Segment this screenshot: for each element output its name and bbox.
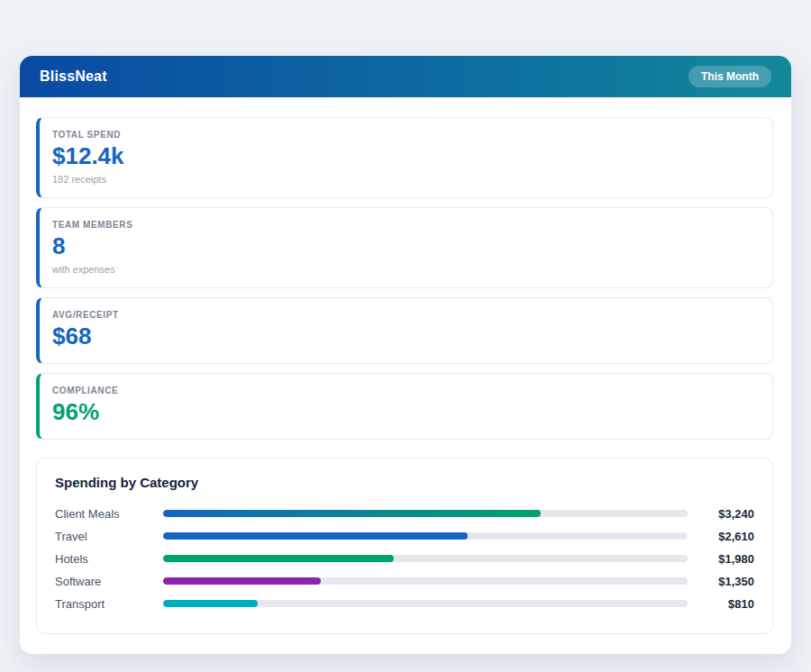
category-value: $810 [688, 597, 754, 611]
stat-card-avg-receipt: AVG/RECEIPT $68 [36, 297, 773, 364]
stat-label: AVG/RECEIPT [52, 310, 758, 320]
stat-label: TEAM MEMBERS [52, 220, 758, 230]
stat-value: $12.4k [52, 143, 758, 170]
bar-fill [163, 532, 468, 540]
stat-card-total-spend: TOTAL SPEND $12.4k 182 receipts [36, 117, 773, 198]
stat-value: 96% [52, 399, 758, 426]
chart-row-travel: Travel $2,610 [55, 525, 754, 548]
category-label: Software [55, 575, 163, 588]
dashboard-card: BlissNeat This Month TOTAL SPEND $12.4k … [20, 56, 791, 654]
stat-card-team-members: TEAM MEMBERS 8 with expenses [36, 207, 773, 288]
app-title: BlissNeat [40, 68, 107, 85]
category-label: Client Meals [55, 507, 163, 521]
bar-track [163, 577, 688, 585]
stat-label: TOTAL SPEND [52, 130, 758, 140]
category-value: $2,610 [688, 530, 754, 543]
bar-track [163, 555, 688, 562]
app-header: BlissNeat This Month [20, 56, 791, 97]
stat-value: $68 [52, 323, 758, 350]
chart-row-hotels: Hotels $1,980 [55, 548, 754, 570]
stat-card-compliance: COMPLIANCE 96% [36, 373, 773, 440]
category-value: $1,980 [688, 552, 754, 566]
category-label: Hotels [55, 552, 163, 566]
chart-title: Spending by Category [55, 475, 754, 490]
bar-track [163, 510, 688, 517]
bar-track [163, 532, 688, 540]
chart-row-software: Software $1,350 [55, 570, 754, 593]
spending-by-category-card: Spending by Category Client Meals $3,240… [36, 458, 773, 634]
bar-fill [163, 577, 321, 585]
bar-fill [163, 510, 541, 517]
stat-label: COMPLIANCE [52, 386, 758, 395]
bar-fill [163, 555, 394, 562]
chart-row-transport: Transport $810 [55, 593, 754, 615]
category-value: $3,240 [688, 507, 754, 521]
category-label: Travel [55, 530, 163, 543]
bar-fill [163, 600, 258, 607]
stat-subtext: with expenses [52, 264, 758, 275]
chart-row-client-meals: Client Meals $3,240 [55, 503, 754, 525]
category-value: $1,350 [688, 575, 754, 588]
dashboard-content: TOTAL SPEND $12.4k 182 receipts TEAM MEM… [20, 97, 791, 654]
stat-value: 8 [52, 233, 758, 260]
category-label: Transport [55, 597, 163, 611]
period-badge[interactable]: This Month [688, 66, 771, 87]
stat-subtext: 182 receipts [52, 174, 758, 185]
bar-track [163, 600, 688, 607]
